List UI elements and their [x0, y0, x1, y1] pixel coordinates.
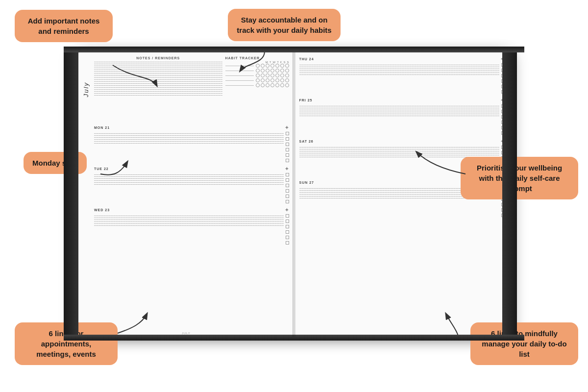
day-label-fri: FRI 25: [299, 98, 313, 102]
checkbox-col-mon: [286, 132, 289, 162]
notes-header: NOTES / REMINDERS: [94, 56, 222, 60]
day-label-wed: WED 23: [94, 208, 110, 212]
day-label-sat: SAT 26: [299, 140, 314, 143]
habit-row: [225, 69, 289, 73]
callout-todo: 6 lines to mindfully manage your daily t…: [470, 322, 578, 365]
callout-notes: Add important notes and reminders: [15, 10, 113, 42]
habit-row: [225, 83, 289, 87]
days-left: MON 21 ✦ TUE 22: [94, 125, 289, 245]
day-label-mon: MON 21: [94, 126, 110, 129]
habit-row: [225, 74, 289, 77]
day-mon: MON 21 ✦: [94, 125, 289, 162]
habit-row: [225, 78, 289, 82]
book-cover-left: [64, 47, 78, 341]
habit-tracker-title: HABIT TRACKER: [225, 56, 260, 60]
habit-section: HABIT TRACKER MTWTFSS: [225, 56, 289, 125]
checkbox-col-tue: [286, 173, 289, 203]
notes-lines: [94, 62, 222, 96]
book-cover-right: [502, 47, 517, 341]
sun-icon-mon: ✦: [285, 125, 289, 130]
notes-section: NOTES / REMINDERS: [94, 56, 222, 125]
book: July NOTES / REMINDERS HABIT TRACKER: [78, 52, 510, 337]
day-label-thu: THU 24: [299, 57, 314, 61]
day-fri: FRI 25 ✦: [299, 98, 505, 135]
sun-icon-tue: ✦: [285, 166, 289, 172]
day-label-tue: TUE 22: [94, 167, 109, 171]
book-cover-top: [64, 47, 524, 52]
day-thu: THU 24 ✦: [299, 56, 505, 94]
sun-icon-wed: ✦: [285, 207, 289, 213]
day-wed: WED 23 ✦: [94, 207, 289, 245]
page-left: July NOTES / REMINDERS HABIT TRACKER: [78, 52, 294, 337]
month-label: July: [82, 82, 90, 97]
day-label-sun: SUN 27: [299, 181, 315, 184]
habit-row: [225, 64, 289, 68]
checkbox-col-wed: [286, 214, 289, 245]
day-tue: TUE 22 ✦: [94, 166, 289, 203]
callout-habits: Stay accountable and on track with your …: [228, 9, 341, 41]
callout-wellbeing: Prioritise your wellbeing with this dail…: [461, 157, 578, 199]
